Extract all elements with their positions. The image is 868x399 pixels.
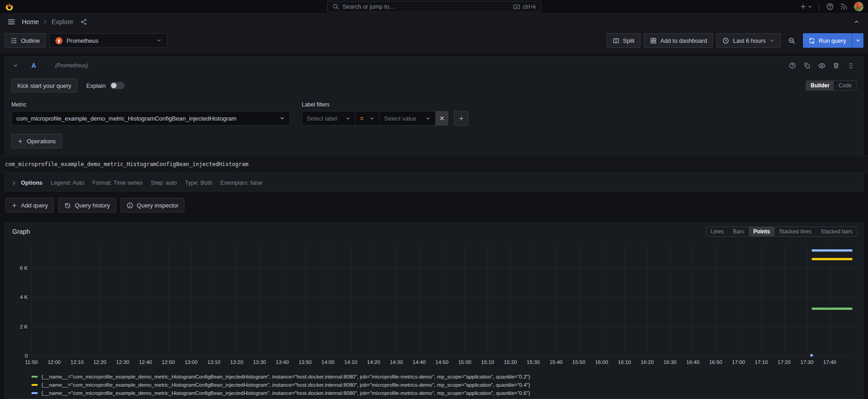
- label-filters-field: Label filters Select label =: [302, 101, 468, 126]
- time-series-chart: 02 K4 K6 K11:5012:0012:1012:2012:3012:40…: [31, 243, 855, 396]
- legend-label: {__name__="com_microprofile_example_demo…: [41, 390, 530, 396]
- x-axis-tick-label: 16:50: [709, 359, 722, 365]
- kick-start-query-button[interactable]: Kick start your query: [11, 79, 77, 92]
- remove-filter-button[interactable]: [436, 111, 448, 126]
- breadcrumb-home[interactable]: Home: [22, 18, 39, 25]
- breadcrumb: Home Explore: [22, 18, 73, 25]
- x-axis-tick-label: 15:00: [458, 359, 472, 365]
- help-button[interactable]: [824, 1, 836, 13]
- plot-area[interactable]: 02 K4 K6 K11:5012:0012:1012:2012:3012:40…: [31, 243, 855, 356]
- legend-item[interactable]: {__name__="com_microprofile_example_demo…: [31, 382, 855, 388]
- graph-mode-lines[interactable]: Lines: [706, 227, 729, 236]
- gridline: [693, 243, 693, 356]
- share-icon: [80, 18, 87, 25]
- x-axis-tick-label: 14:40: [412, 359, 426, 365]
- outline-icon: [10, 37, 17, 44]
- x-axis-tick-label: 16:40: [686, 359, 700, 365]
- graph-mode-points[interactable]: Points: [749, 227, 775, 236]
- gridline: [419, 243, 420, 356]
- add-filter-button[interactable]: [454, 111, 468, 126]
- remove-query-button[interactable]: [830, 60, 842, 71]
- operations-button[interactable]: Operations: [11, 134, 62, 148]
- explain-toggle[interactable]: [110, 82, 125, 89]
- news-button[interactable]: [838, 1, 849, 13]
- select-label-dropdown[interactable]: Select label: [302, 111, 355, 126]
- collapse-query-icon[interactable]: [11, 61, 20, 70]
- query-row-header: A (Prometheus): [5, 57, 863, 74]
- datasource-help-button[interactable]: [787, 60, 798, 71]
- plus-icon: [458, 116, 464, 121]
- mega-menu-toggle[interactable]: [5, 16, 17, 28]
- grafana-logo[interactable]: [5, 2, 14, 11]
- x-axis-tick-label: 12:50: [162, 359, 175, 365]
- datasource-picker[interactable]: Prometheus: [49, 33, 168, 48]
- gridline: [168, 243, 169, 356]
- x-axis-tick-label: 13:40: [276, 359, 289, 365]
- keyboard-icon: [513, 3, 520, 10]
- select-value-dropdown[interactable]: Select value: [379, 111, 436, 126]
- new-menu-button[interactable]: [798, 1, 814, 13]
- query-options-row[interactable]: Options Legend: Auto Format: Time series…: [11, 175, 857, 191]
- legend-item[interactable]: {__name__="com_microprofile_example_demo…: [31, 374, 855, 379]
- disable-query-button[interactable]: [816, 60, 827, 71]
- gridline: [624, 243, 625, 356]
- zoom-out-button[interactable]: [784, 33, 799, 48]
- label-filters-label: Label filters: [302, 101, 468, 108]
- query-actions: Add query Query history Query inspector: [5, 198, 863, 212]
- collapse-section-button[interactable]: [851, 16, 863, 28]
- gridline: [647, 243, 648, 356]
- drag-handle[interactable]: [845, 60, 857, 71]
- graph-mode-stacked-lines[interactable]: Stacked lines: [775, 227, 816, 236]
- run-query-options-button[interactable]: [852, 33, 863, 48]
- legend-marker-icon: [31, 392, 38, 394]
- graph-mode-bars[interactable]: Bars: [728, 227, 749, 236]
- chevron-up-icon: [853, 19, 860, 25]
- query-inspector-button[interactable]: Query inspector: [121, 198, 185, 212]
- graph-panel: Graph LinesBarsPointsStacked linesStacke…: [5, 222, 863, 399]
- graph-mode-switch: LinesBarsPointsStacked linesStacked bars: [706, 227, 858, 237]
- builder-mode-button[interactable]: Builder: [806, 81, 834, 90]
- add-to-dashboard-button[interactable]: Add to dashboard: [644, 33, 713, 48]
- duplicate-query-button[interactable]: [801, 60, 813, 71]
- x-axis-tick-label: 12:40: [139, 359, 152, 365]
- gridline: [396, 243, 397, 356]
- gridline: [31, 327, 855, 327]
- query-history-button[interactable]: Query history: [58, 198, 116, 212]
- gridline: [738, 243, 739, 356]
- run-query-button[interactable]: Run query: [803, 33, 852, 48]
- x-axis-tick-label: 13:10: [207, 359, 220, 365]
- x-axis-tick-label: 13:00: [184, 359, 198, 365]
- query-ref-id[interactable]: A: [31, 62, 36, 69]
- gridline: [716, 243, 716, 356]
- gridline: [305, 243, 305, 356]
- raw-query-preview: com_microprofile_example_demo_metric_His…: [0, 156, 868, 173]
- gridline: [442, 243, 442, 356]
- gridline: [602, 243, 602, 356]
- operator-dropdown[interactable]: =: [355, 111, 379, 126]
- gridline: [146, 243, 146, 356]
- graph-mode-stacked-bars[interactable]: Stacked bars: [816, 227, 857, 236]
- user-avatar[interactable]: [854, 2, 863, 11]
- search-bar[interactable]: Search or jump to... ctrl+k: [327, 1, 541, 12]
- question-circle-icon: [789, 62, 796, 69]
- x-axis-tick-label: 14:30: [390, 359, 403, 365]
- metric-select[interactable]: com_microprofile_example_demo_metric_His…: [11, 111, 290, 126]
- chart-legend: {__name__="com_microprofile_example_demo…: [31, 374, 855, 396]
- chevron-right-icon: [42, 19, 48, 25]
- chevron-right-icon: [11, 181, 16, 186]
- time-range-picker[interactable]: Last 6 hours: [716, 33, 781, 48]
- plus-icon: [17, 138, 23, 144]
- breadcrumb-explore: Explore: [51, 18, 73, 25]
- breadcrumb-row: Home Explore: [0, 14, 868, 30]
- share-button[interactable]: [78, 16, 90, 28]
- gridline: [351, 243, 351, 356]
- editor-mode-switch: Builder Code: [806, 81, 857, 91]
- split-button[interactable]: Split: [607, 33, 640, 48]
- x-axis-tick-label: 17:00: [732, 359, 745, 365]
- code-mode-button[interactable]: Code: [834, 81, 856, 90]
- add-query-button[interactable]: Add query: [5, 198, 54, 212]
- outline-button[interactable]: Outline: [5, 33, 46, 48]
- gridline: [54, 243, 55, 356]
- query-editor-card: A (Prometheus) Kick start your query Exp…: [5, 56, 863, 192]
- legend-item[interactable]: {__name__="com_microprofile_example_demo…: [31, 390, 855, 396]
